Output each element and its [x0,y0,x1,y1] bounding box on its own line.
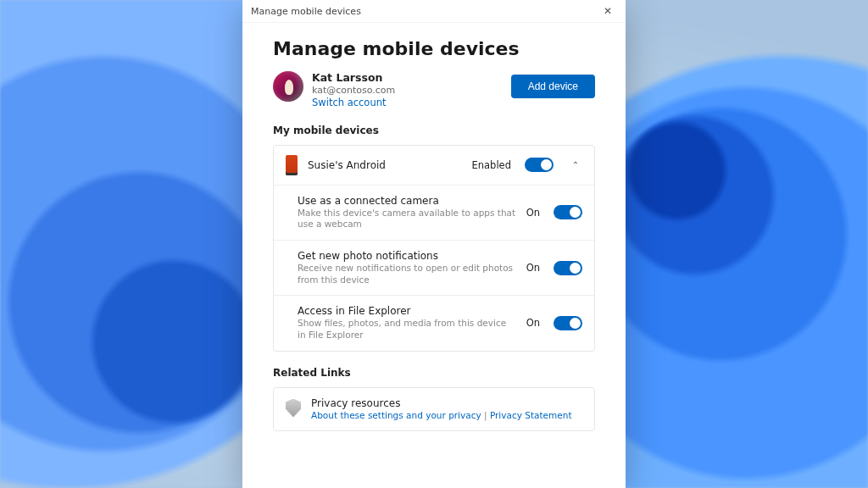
privacy-resources-card[interactable]: Privacy resources About these settings a… [273,387,595,432]
related-section-header: Related Links [273,367,595,379]
setting-state: On [526,317,540,329]
setting-title: Use as a connected camera [298,195,516,207]
avatar [273,71,303,102]
file-explorer-toggle[interactable] [554,316,582,330]
phone-icon [286,155,298,175]
setting-file-explorer: Access in File Explorer Show files, phot… [274,295,594,350]
device-card: Susie's Android Enabled ⌃ Use as a conne… [273,145,595,352]
related-title: Privacy resources [311,397,582,409]
add-device-button[interactable]: Add device [511,75,595,98]
setting-state: On [526,207,540,219]
devices-section-header: My mobile devices [273,125,595,136]
user-name: Kat Larsson [312,71,503,85]
device-header-row[interactable]: Susie's Android Enabled ⌃ [274,146,594,185]
window-titlebar: Manage mobile devices ✕ [242,0,626,23]
photo-notif-toggle[interactable] [554,261,582,275]
user-info: Kat Larsson kat@contoso.com Switch accou… [312,71,503,109]
setting-desc: Make this device's camera available to a… [298,208,516,230]
link-divider: | [481,410,490,420]
device-name: Susie's Android [308,159,462,171]
close-icon[interactable]: ✕ [598,3,617,19]
setting-state: On [526,262,540,274]
setting-title: Access in File Explorer [298,305,516,317]
device-enable-toggle[interactable] [525,158,554,172]
setting-title: Get new photo notifications [298,250,516,262]
setting-connected-camera: Use as a connected camera Make this devi… [274,185,594,240]
user-email: kat@contoso.com [312,85,503,97]
page-title: Manage mobile devices [273,38,595,59]
switch-account-link[interactable]: Switch account [312,97,503,108]
chevron-up-icon[interactable]: ⌃ [569,160,582,169]
window-content: Manage mobile devices Kat Larsson kat@co… [242,23,626,488]
device-status: Enabled [472,159,511,171]
window-title: Manage mobile devices [251,6,361,17]
shield-icon [286,399,301,418]
privacy-statement-link[interactable]: Privacy Statement [490,410,572,420]
account-row: Kat Larsson kat@contoso.com Switch accou… [273,71,595,109]
setting-desc: Show files, photos, and media from this … [298,318,516,341]
setting-photo-notifications: Get new photo notifications Receive new … [274,240,594,295]
manage-devices-window: Manage mobile devices ✕ Manage mobile de… [242,0,626,488]
camera-toggle[interactable] [554,205,582,219]
setting-desc: Receive new notifications to open or edi… [298,263,516,286]
privacy-about-link[interactable]: About these settings and your privacy [311,410,481,420]
